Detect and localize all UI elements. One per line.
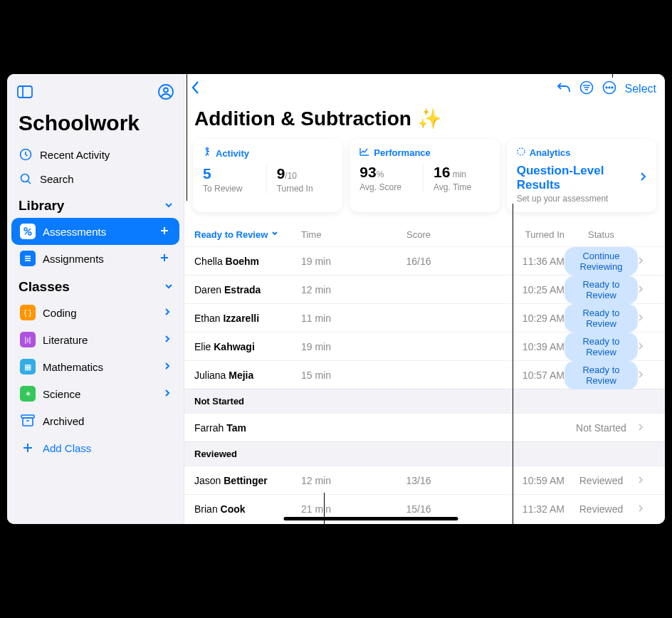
status-badge[interactable]: Ready to Review: [565, 304, 638, 332]
sort-column[interactable]: Ready to Review: [194, 229, 301, 240]
svg-point-5: [21, 174, 29, 182]
chevron-right-icon: [164, 361, 171, 373]
svg-point-7: [24, 228, 27, 231]
cell-status: Reviewed: [565, 475, 638, 486]
toolbar: Select: [184, 74, 665, 103]
profile-icon[interactable]: [158, 84, 174, 103]
cell-time: 11 min: [301, 313, 372, 324]
sidebar-item-assignments[interactable]: Assignments: [11, 245, 179, 272]
status-text: Not Started: [576, 422, 626, 434]
card-activity[interactable]: Activity 5 To Review 9/10 Turned In: [193, 139, 342, 212]
plus-icon[interactable]: [158, 224, 171, 239]
cell-turnedin: 11:36 AM: [465, 256, 565, 267]
sidebar-item-label: Mathematics: [43, 361, 103, 373]
cell-status: Ready to Review: [565, 304, 638, 332]
chevron-right-icon: [164, 334, 171, 346]
page-title: Addition & Subtraction ✨: [184, 103, 665, 139]
col-score[interactable]: Score: [372, 229, 465, 240]
svg-rect-0: [18, 86, 32, 98]
person-walk-icon: [203, 147, 211, 159]
callout-line: [513, 204, 513, 618]
cell-turnedin: 10:29 AM: [465, 313, 565, 324]
sidebar-item-label: Add Class: [43, 442, 91, 454]
sidebar-add-class[interactable]: Add Class: [11, 434, 179, 461]
table-row[interactable]: Farrah Tam Not Started: [184, 413, 665, 441]
cell-time: 15 min: [301, 370, 372, 381]
sidebar-class-science[interactable]: ✶ Science: [11, 380, 179, 407]
sidebar-item-label: Assessments: [43, 226, 106, 238]
svg-point-30: [206, 148, 209, 150]
status-badge[interactable]: Ready to Review: [565, 276, 638, 304]
table-row[interactable]: Chella Boehm 19 min 16/16 11:36 AM Conti…: [184, 246, 665, 275]
chevron-right-icon: [638, 475, 655, 486]
main-content: Select Addition & Subtraction ✨ Activity…: [184, 74, 665, 524]
home-indicator[interactable]: [284, 517, 458, 520]
col-status[interactable]: Status: [565, 229, 638, 240]
classes-header[interactable]: Classes: [7, 272, 184, 299]
svg-point-29: [611, 87, 612, 88]
status-badge[interactable]: Ready to Review: [565, 361, 638, 389]
cell-status: Ready to Review: [565, 361, 638, 389]
svg-rect-18: [23, 418, 33, 426]
cell-status: Continue Reviewing: [565, 247, 638, 276]
table-row[interactable]: Elie Kahwagi 19 min 10:39 AM Ready to Re…: [184, 332, 665, 360]
sidebar-item-label: Science: [43, 388, 80, 400]
student-name: Juliana Mejia: [194, 370, 301, 381]
status-text: Reviewed: [579, 475, 623, 486]
sidebar-archived[interactable]: Archived: [11, 407, 179, 434]
sidebar-search[interactable]: Search: [7, 167, 184, 191]
chevron-right-icon: [639, 171, 646, 185]
cell-time: 21 min: [301, 503, 372, 515]
table-row[interactable]: Jason Bettinger 12 min 13/16 10:59 AM Re…: [184, 466, 665, 494]
clock-icon: [19, 148, 33, 161]
back-button[interactable]: [190, 80, 201, 98]
status-badge[interactable]: Continue Reviewing: [565, 247, 638, 276]
status-badge[interactable]: Ready to Review: [565, 332, 638, 361]
card-performance[interactable]: Performance 93% Avg. Score 16 min Avg. T…: [350, 139, 499, 212]
sidebar-class-literature[interactable]: |ı| Literature: [11, 326, 179, 353]
sidebar-class-mathematics[interactable]: ▦ Mathematics: [11, 353, 179, 380]
cell-time: 12 min: [301, 475, 372, 486]
select-button[interactable]: Select: [625, 83, 656, 95]
class-icon: ✶: [20, 386, 36, 402]
chevron-right-icon: [638, 422, 655, 434]
more-icon[interactable]: [602, 80, 616, 98]
cell-status: Not Started: [565, 422, 638, 434]
table-row[interactable]: Juliana Mejia 15 min 10:57 AM Ready to R…: [184, 360, 665, 389]
cell-status: Ready to Review: [565, 332, 638, 361]
sidebar-class-coding[interactable]: { } Coding: [11, 299, 179, 326]
plus-icon: [20, 441, 36, 454]
sidebar-item-label: Literature: [43, 334, 88, 346]
sidebar-item-assessments[interactable]: Assessments: [11, 218, 179, 245]
col-turnedin[interactable]: Turned In: [465, 229, 565, 240]
cell-score: 13/16: [372, 475, 465, 486]
cell-turnedin: 10:25 AM: [465, 284, 565, 295]
table-row[interactable]: Ethan Izzarelli 11 min 10:29 AM Ready to…: [184, 303, 665, 332]
undo-icon[interactable]: [557, 81, 571, 97]
callout-line: [324, 493, 325, 618]
library-header[interactable]: Library: [7, 191, 184, 218]
plus-icon[interactable]: [158, 251, 171, 266]
percent-icon: [20, 224, 36, 239]
filter-icon[interactable]: [579, 80, 594, 98]
cell-turnedin: 10:57 AM: [465, 370, 565, 381]
sidebar-recent-activity[interactable]: Recent Activity: [7, 142, 184, 167]
sidebar-item-label: Search: [40, 173, 74, 185]
card-analytics[interactable]: Analytics Question-Level Results Set up …: [507, 139, 656, 212]
chevron-right-icon: [638, 341, 655, 352]
sparkle-icon: [517, 147, 525, 158]
summary-cards: Activity 5 To Review 9/10 Turned In: [184, 139, 665, 212]
callout-line: [187, 0, 187, 201]
sidebar-item-label: Archived: [43, 415, 84, 427]
col-time[interactable]: Time: [301, 229, 372, 240]
student-name: Brian Cook: [194, 503, 301, 515]
svg-point-8: [28, 232, 31, 235]
student-name: Farrah Tam: [194, 422, 301, 434]
sidebar-item-label: Coding: [43, 307, 77, 319]
chevron-right-icon: [164, 307, 171, 319]
section-reviewed: Reviewed: [184, 441, 665, 466]
sidebar-toggle-icon[interactable]: [17, 85, 33, 101]
table-row[interactable]: Daren Estrada 12 min 10:25 AM Ready to R…: [184, 275, 665, 303]
cell-score: 15/16: [372, 503, 465, 515]
svg-point-31: [518, 148, 525, 155]
